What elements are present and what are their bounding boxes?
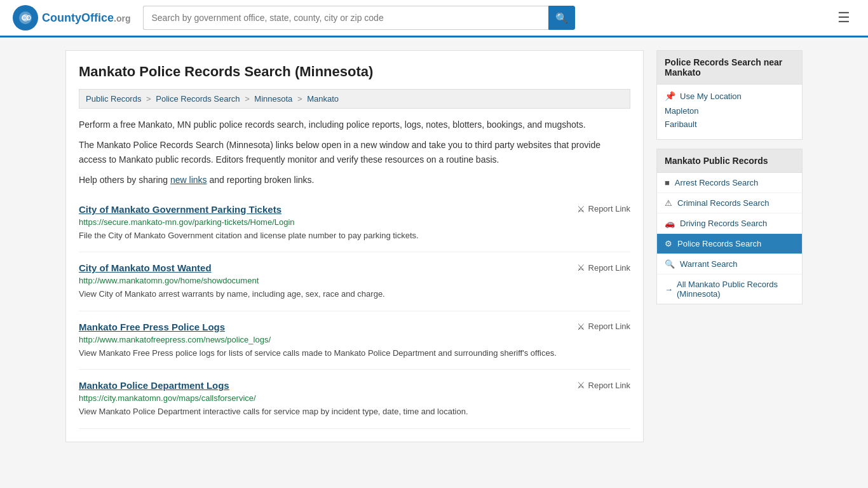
nearby-link-1[interactable]: Faribault (665, 119, 794, 129)
menu-item-icon: ■ (665, 178, 670, 187)
menu-item-label: Driving Records Search (680, 219, 767, 228)
menu-item-icon: 🔍 (665, 259, 675, 269)
menu-button[interactable]: ☰ (832, 7, 855, 29)
menu-item-label: Criminal Records Search (677, 198, 770, 208)
new-links-link[interactable]: new links (170, 175, 207, 185)
report-link-3[interactable]: ⚔ Report Link (577, 380, 630, 390)
report-link-1[interactable]: ⚔ Report Link (577, 262, 630, 273)
intro-paragraph-2: The Mankato Police Records Search (Minne… (79, 138, 630, 166)
public-records-section: Mankato Public Records ■Arrest Records S… (656, 149, 803, 304)
location-icon: 📌 (665, 91, 675, 101)
result-item: Mankato Police Department Logs ⚔ Report … (79, 370, 630, 429)
svg-text:CO: CO (22, 15, 31, 22)
report-label: Report Link (588, 381, 630, 390)
report-icon: ⚔ (577, 204, 585, 214)
logo-icon: CO (13, 5, 38, 30)
nearby-links: MapletonFaribault (665, 106, 794, 129)
result-title-1[interactable]: City of Mankato Most Wanted (79, 262, 212, 273)
nearby-link-0[interactable]: Mapleton (665, 106, 794, 116)
sidebar-menu-item-2[interactable]: 🚗Driving Records Search (657, 214, 802, 234)
all-records-label: All Mankato Public Records (Minnesota) (677, 280, 794, 299)
result-url-3: https://city.mankatomn.gov/maps/callsfor… (79, 393, 630, 403)
report-icon: ⚔ (577, 380, 585, 390)
intro3-before: Help others by sharing (79, 175, 170, 185)
page-title: Mankato Police Records Search (Minnesota… (79, 64, 630, 80)
sidebar-menu-item-1[interactable]: ⚠Criminal Records Search (657, 193, 802, 214)
result-item: Mankato Free Press Police Logs ⚔ Report … (79, 311, 630, 370)
breadcrumb-police-records[interactable]: Police Records Search (156, 94, 240, 104)
nearby-title: Police Records Search near Mankato (657, 51, 802, 85)
intro-paragraph-1: Perform a free Mankato, MN public police… (79, 118, 630, 132)
report-icon: ⚔ (577, 322, 585, 332)
arrow-icon: → (665, 285, 673, 294)
breadcrumb-public-records[interactable]: Public Records (86, 94, 141, 104)
sidebar-menu: ■Arrest Records Search⚠Criminal Records … (657, 173, 802, 274)
report-icon: ⚔ (577, 262, 585, 273)
result-url-0: https://secure.mankato-mn.gov/parking-ti… (79, 217, 630, 227)
breadcrumb: Public Records > Police Records Search >… (79, 89, 630, 109)
logo-text: CountyOffice.org (42, 11, 130, 25)
menu-item-label: Arrest Records Search (675, 178, 759, 187)
search-input[interactable] (143, 6, 548, 30)
result-desc-0: File the City of Mankato Government cita… (79, 229, 630, 242)
sidebar-menu-item-4[interactable]: 🔍Warrant Search (657, 254, 802, 274)
search-bar: 🔍 (143, 6, 575, 30)
search-icon: 🔍 (555, 12, 568, 24)
content-area: Mankato Police Records Search (Minnesota… (65, 50, 644, 442)
results-list: City of Mankato Government Parking Ticke… (79, 194, 630, 429)
site-logo[interactable]: CO CountyOffice.org (13, 5, 130, 30)
report-link-0[interactable]: ⚔ Report Link (577, 204, 630, 214)
menu-item-icon: ⚙ (665, 239, 672, 248)
result-desc-3: View Mankato Police Department interacti… (79, 405, 630, 418)
result-item: City of Mankato Government Parking Ticke… (79, 194, 630, 253)
breadcrumb-mankato[interactable]: Mankato (307, 94, 339, 104)
intro3-after: and reporting broken links. (207, 175, 315, 185)
sidebar-menu-item-0[interactable]: ■Arrest Records Search (657, 173, 802, 193)
result-item: City of Mankato Most Wanted ⚔ Report Lin… (79, 252, 630, 311)
result-title-0[interactable]: City of Mankato Government Parking Ticke… (79, 204, 281, 215)
search-button[interactable]: 🔍 (548, 6, 575, 30)
result-desc-2: View Mankato Free Press police logs for … (79, 347, 630, 360)
result-title-3[interactable]: Mankato Police Department Logs (79, 380, 229, 391)
menu-item-icon: 🚗 (665, 219, 675, 228)
result-desc-1: View City of Mankato arrest warrants by … (79, 288, 630, 301)
result-url-1: http://www.mankatomn.gov/home/showdocume… (79, 276, 630, 285)
menu-item-label: Police Records Search (677, 239, 761, 248)
report-link-2[interactable]: ⚔ Report Link (577, 322, 630, 332)
nearby-section: Police Records Search near Mankato 📌 Use… (656, 50, 803, 140)
report-label: Report Link (588, 322, 630, 331)
report-label: Report Link (588, 263, 630, 273)
intro-paragraph-3: Help others by sharing new links and rep… (79, 173, 630, 187)
result-url-2: http://www.mankatofreepress.com/news/pol… (79, 335, 630, 344)
report-label: Report Link (588, 204, 630, 214)
menu-item-icon: ⚠ (665, 198, 672, 208)
result-title-2[interactable]: Mankato Free Press Police Logs (79, 322, 225, 332)
sidebar: Police Records Search near Mankato 📌 Use… (656, 50, 803, 442)
use-my-location[interactable]: 📌 Use My Location (665, 91, 794, 101)
breadcrumb-minnesota[interactable]: Minnesota (254, 94, 292, 104)
public-records-title: Mankato Public Records (657, 149, 802, 173)
nearby-content: 📌 Use My Location MapletonFaribault (657, 85, 802, 139)
use-location-label: Use My Location (680, 92, 742, 101)
sidebar-menu-item-3[interactable]: ⚙Police Records Search (657, 234, 802, 254)
menu-item-label: Warrant Search (680, 259, 738, 269)
all-records-link[interactable]: → All Mankato Public Records (Minnesota) (657, 274, 802, 304)
